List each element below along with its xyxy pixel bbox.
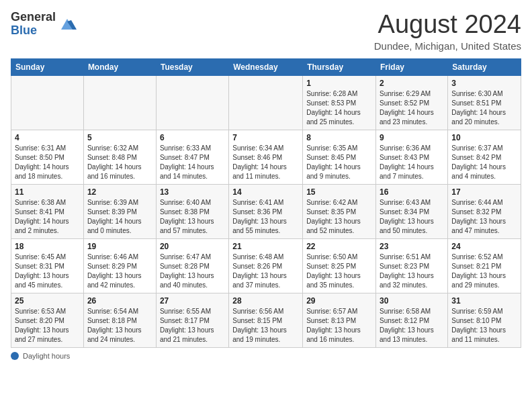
calendar-cell <box>83 75 156 130</box>
calendar-week-row: 25Sunrise: 6:53 AM Sunset: 8:20 PM Dayli… <box>11 293 521 347</box>
day-info: Sunrise: 6:32 AM Sunset: 8:48 PM Dayligh… <box>87 144 152 181</box>
calendar-cell <box>229 75 303 130</box>
day-info: Sunrise: 6:46 AM Sunset: 8:29 PM Dayligh… <box>87 253 152 290</box>
calendar-cell: 25Sunrise: 6:53 AM Sunset: 8:20 PM Dayli… <box>11 293 84 347</box>
calendar-week-row: 4Sunrise: 6:31 AM Sunset: 8:50 PM Daylig… <box>11 130 521 184</box>
calendar-cell: 1Sunrise: 6:28 AM Sunset: 8:53 PM Daylig… <box>303 75 376 130</box>
calendar-cell: 26Sunrise: 6:54 AM Sunset: 8:18 PM Dayli… <box>83 293 156 347</box>
calendar-cell: 28Sunrise: 6:56 AM Sunset: 8:15 PM Dayli… <box>229 293 303 347</box>
day-number: 2 <box>380 79 444 88</box>
logo-general: General <box>11 10 56 24</box>
day-info: Sunrise: 6:41 AM Sunset: 8:36 PM Dayligh… <box>232 198 299 236</box>
header-day-tuesday: Tuesday <box>156 58 228 75</box>
calendar-footer: Daylight hours <box>11 352 521 360</box>
day-info: Sunrise: 6:42 AM Sunset: 8:35 PM Dayligh… <box>306 198 372 236</box>
calendar-cell: 13Sunrise: 6:40 AM Sunset: 8:38 PM Dayli… <box>156 184 228 238</box>
calendar-page: General Blue August 2024 Dundee, Michiga… <box>0 0 532 411</box>
header-day-saturday: Saturday <box>448 58 521 75</box>
calendar-cell: 21Sunrise: 6:48 AM Sunset: 8:26 PM Dayli… <box>229 238 303 293</box>
calendar-cell: 7Sunrise: 6:34 AM Sunset: 8:46 PM Daylig… <box>229 130 303 184</box>
calendar-cell: 30Sunrise: 6:58 AM Sunset: 8:12 PM Dayli… <box>376 293 448 347</box>
day-number: 1 <box>306 79 372 88</box>
calendar-cell: 18Sunrise: 6:45 AM Sunset: 8:31 PM Dayli… <box>11 238 84 293</box>
logo: General Blue <box>11 11 77 38</box>
day-number: 12 <box>87 187 152 197</box>
calendar-cell: 14Sunrise: 6:41 AM Sunset: 8:36 PM Dayli… <box>229 184 303 238</box>
calendar-cell: 4Sunrise: 6:31 AM Sunset: 8:50 PM Daylig… <box>11 130 84 184</box>
calendar-header-row: SundayMondayTuesdayWednesdayThursdayFrid… <box>11 58 521 75</box>
calendar-week-row: 1Sunrise: 6:28 AM Sunset: 8:53 PM Daylig… <box>11 75 521 130</box>
day-info: Sunrise: 6:38 AM Sunset: 8:41 PM Dayligh… <box>15 198 80 236</box>
day-number: 18 <box>15 242 80 251</box>
calendar-table: SundayMondayTuesdayWednesdayThursdayFrid… <box>11 58 521 348</box>
day-number: 7 <box>232 133 299 142</box>
day-info: Sunrise: 6:29 AM Sunset: 8:52 PM Dayligh… <box>380 89 444 127</box>
calendar-cell: 9Sunrise: 6:36 AM Sunset: 8:43 PM Daylig… <box>376 130 448 184</box>
day-info: Sunrise: 6:53 AM Sunset: 8:20 PM Dayligh… <box>15 307 80 345</box>
calendar-cell: 23Sunrise: 6:51 AM Sunset: 8:23 PM Dayli… <box>376 238 448 293</box>
calendar-cell: 15Sunrise: 6:42 AM Sunset: 8:35 PM Dayli… <box>303 184 376 238</box>
day-number: 3 <box>451 79 517 88</box>
title-block: August 2024 Dundee, Michigan, United Sta… <box>374 11 521 52</box>
calendar-week-row: 11Sunrise: 6:38 AM Sunset: 8:41 PM Dayli… <box>11 184 521 238</box>
day-info: Sunrise: 6:43 AM Sunset: 8:34 PM Dayligh… <box>380 198 444 236</box>
day-info: Sunrise: 6:34 AM Sunset: 8:46 PM Dayligh… <box>232 144 299 181</box>
day-number: 20 <box>160 242 225 251</box>
day-info: Sunrise: 6:51 AM Sunset: 8:23 PM Dayligh… <box>380 253 444 290</box>
day-number: 29 <box>306 296 372 306</box>
calendar-cell: 11Sunrise: 6:38 AM Sunset: 8:41 PM Dayli… <box>11 184 84 238</box>
calendar-cell: 19Sunrise: 6:46 AM Sunset: 8:29 PM Dayli… <box>83 238 156 293</box>
day-number: 28 <box>232 296 299 306</box>
footer-dot-icon <box>11 352 19 360</box>
day-number: 14 <box>232 187 299 197</box>
calendar-cell: 27Sunrise: 6:55 AM Sunset: 8:17 PM Dayli… <box>156 293 228 347</box>
day-info: Sunrise: 6:35 AM Sunset: 8:45 PM Dayligh… <box>306 144 372 181</box>
day-number: 10 <box>451 133 517 142</box>
day-number: 22 <box>306 242 372 251</box>
day-info: Sunrise: 6:44 AM Sunset: 8:32 PM Dayligh… <box>451 198 517 236</box>
day-info: Sunrise: 6:36 AM Sunset: 8:43 PM Dayligh… <box>380 144 444 181</box>
day-number: 15 <box>306 187 372 197</box>
day-info: Sunrise: 6:50 AM Sunset: 8:25 PM Dayligh… <box>306 253 372 290</box>
day-number: 9 <box>380 133 444 142</box>
day-number: 26 <box>87 296 152 306</box>
day-number: 13 <box>160 187 225 197</box>
day-info: Sunrise: 6:59 AM Sunset: 8:10 PM Dayligh… <box>451 307 517 345</box>
calendar-cell: 5Sunrise: 6:32 AM Sunset: 8:48 PM Daylig… <box>83 130 156 184</box>
day-info: Sunrise: 6:40 AM Sunset: 8:38 PM Dayligh… <box>160 198 225 236</box>
calendar-cell: 29Sunrise: 6:57 AM Sunset: 8:13 PM Dayli… <box>303 293 376 347</box>
calendar-cell: 12Sunrise: 6:39 AM Sunset: 8:39 PM Dayli… <box>83 184 156 238</box>
calendar-cell: 8Sunrise: 6:35 AM Sunset: 8:45 PM Daylig… <box>303 130 376 184</box>
day-number: 6 <box>160 133 225 142</box>
day-info: Sunrise: 6:30 AM Sunset: 8:51 PM Dayligh… <box>451 89 517 127</box>
calendar-subtitle: Dundee, Michigan, United States <box>374 40 521 52</box>
day-info: Sunrise: 6:47 AM Sunset: 8:28 PM Dayligh… <box>160 253 225 290</box>
day-number: 17 <box>451 187 517 197</box>
day-info: Sunrise: 6:45 AM Sunset: 8:31 PM Dayligh… <box>15 253 80 290</box>
day-number: 25 <box>15 296 80 306</box>
day-number: 5 <box>87 133 152 142</box>
calendar-cell: 16Sunrise: 6:43 AM Sunset: 8:34 PM Dayli… <box>376 184 448 238</box>
header: General Blue August 2024 Dundee, Michiga… <box>11 11 521 52</box>
day-info: Sunrise: 6:31 AM Sunset: 8:50 PM Dayligh… <box>15 144 80 181</box>
header-day-sunday: Sunday <box>11 58 84 75</box>
calendar-cell: 2Sunrise: 6:29 AM Sunset: 8:52 PM Daylig… <box>376 75 448 130</box>
day-number: 16 <box>380 187 444 197</box>
day-info: Sunrise: 6:54 AM Sunset: 8:18 PM Dayligh… <box>87 307 152 345</box>
header-day-thursday: Thursday <box>303 58 376 75</box>
day-number: 11 <box>15 187 80 197</box>
day-number: 30 <box>380 296 444 306</box>
day-number: 8 <box>306 133 372 142</box>
day-number: 27 <box>160 296 225 306</box>
logo-icon <box>58 15 77 34</box>
calendar-cell <box>156 75 228 130</box>
calendar-cell <box>11 75 84 130</box>
day-info: Sunrise: 6:52 AM Sunset: 8:21 PM Dayligh… <box>451 253 517 290</box>
day-info: Sunrise: 6:48 AM Sunset: 8:26 PM Dayligh… <box>232 253 299 290</box>
day-info: Sunrise: 6:57 AM Sunset: 8:13 PM Dayligh… <box>306 307 372 345</box>
calendar-week-row: 18Sunrise: 6:45 AM Sunset: 8:31 PM Dayli… <box>11 238 521 293</box>
day-info: Sunrise: 6:58 AM Sunset: 8:12 PM Dayligh… <box>380 307 444 345</box>
calendar-cell: 3Sunrise: 6:30 AM Sunset: 8:51 PM Daylig… <box>448 75 521 130</box>
day-number: 24 <box>451 242 517 251</box>
calendar-cell: 10Sunrise: 6:37 AM Sunset: 8:42 PM Dayli… <box>448 130 521 184</box>
